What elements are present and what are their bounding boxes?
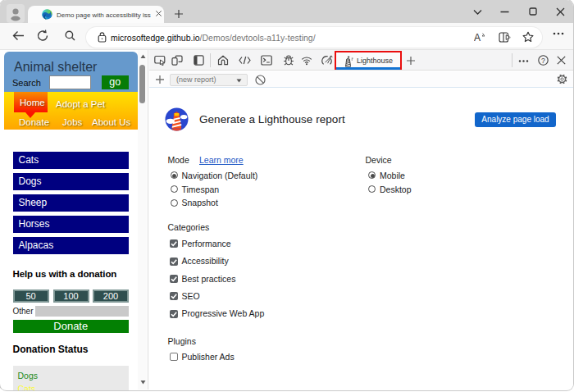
svg-text:A: A xyxy=(474,32,481,43)
svg-text:?: ? xyxy=(541,57,545,65)
